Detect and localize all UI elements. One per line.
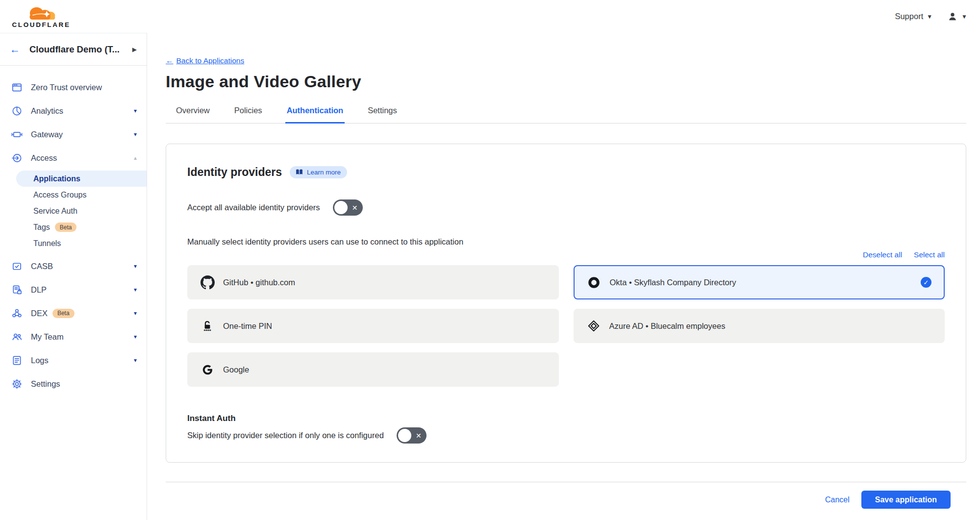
back-link-label: Back to Applications: [176, 56, 245, 65]
beta-badge: Beta: [55, 223, 77, 232]
sidebar-item-label: Gateway: [31, 130, 63, 139]
support-label: Support: [895, 12, 923, 21]
chevron-down-icon: ▼: [961, 13, 967, 20]
sidebar-subitem-applications[interactable]: Applications: [16, 171, 147, 187]
provider-github-github-com[interactable]: GitHub • github.com: [187, 265, 559, 299]
sidebar-item-casb[interactable]: CASB▾: [0, 254, 147, 278]
sidebar-subitem-label: Tunnels: [33, 239, 61, 248]
toggle-knob: [334, 201, 348, 214]
tab-authentication[interactable]: Authentication: [285, 106, 345, 124]
learn-more-label: Learn more: [307, 169, 341, 176]
identity-providers-card: Identity providers Learn more Accept all…: [166, 144, 966, 463]
sidebar-item-label: Access: [31, 153, 57, 163]
topbar-right: Support ▼ ▼: [895, 11, 967, 22]
sidebar-item-my-team[interactable]: My Team▾: [0, 325, 147, 348]
save-application-button[interactable]: Save application: [861, 491, 951, 509]
cloudflare-cloud-icon: [25, 5, 57, 21]
provider-one-time-pin[interactable]: ****One-time PIN: [187, 309, 559, 343]
chevron-down-icon: ▾: [134, 263, 137, 270]
provider-google[interactable]: Google: [187, 352, 559, 387]
back-to-applications-link[interactable]: ← Back to Applications: [166, 56, 244, 65]
sidebar-nav: Zero Trust overviewAnalytics▾Gateway▾Acc…: [0, 66, 147, 396]
accept-all-label: Accept all available identity providers: [187, 203, 320, 212]
instant-auth-heading: Instant Auth: [187, 414, 945, 423]
tab-settings[interactable]: Settings: [366, 106, 399, 124]
overview-icon: [11, 81, 23, 93]
user-icon: [947, 11, 958, 22]
sidebar-item-gateway[interactable]: Gateway▾: [0, 123, 147, 146]
cloudflare-wordmark: CLOUDFLARE: [12, 21, 71, 28]
sidebar-subitem-label: Access Groups: [33, 191, 86, 199]
dex-icon: [11, 307, 23, 319]
sidebar-subitem-label: Applications: [33, 174, 80, 183]
select-all-link[interactable]: Select all: [914, 250, 945, 259]
chevron-up-icon: ▴: [134, 154, 137, 161]
sidebar-item-label: Settings: [31, 379, 60, 389]
sidebar-subitem-service-auth[interactable]: Service Auth: [0, 203, 147, 219]
main-content: ← Back to Applications Image and Video G…: [147, 33, 980, 520]
chevron-down-icon: ▾: [134, 286, 137, 293]
chevron-down-icon: ▾: [134, 333, 137, 340]
deselect-all-link[interactable]: Deselect all: [863, 250, 902, 259]
analytics-icon: [11, 105, 23, 117]
selected-check-icon: ✓: [921, 277, 931, 288]
provider-okta-skyflash-company-directory[interactable]: Okta • Skyflash Company Directory✓: [574, 265, 945, 299]
sidebar-subitem-tags[interactable]: TagsBeta: [0, 219, 147, 235]
sidebar-item-access[interactable]: Access▴: [0, 146, 147, 170]
learn-more-badge[interactable]: Learn more: [290, 166, 347, 178]
one-time-pin-icon: ****: [200, 320, 215, 332]
book-icon: [295, 169, 303, 176]
github-icon: [200, 275, 215, 290]
settings-icon: [11, 378, 23, 390]
sidebar-item-label: My Team: [31, 332, 64, 342]
sidebar-subitem-label: Service Auth: [33, 207, 77, 216]
toggle-off-x-icon: ✕: [416, 432, 422, 439]
sidebar-item-dex[interactable]: DEXBeta▾: [0, 301, 147, 325]
dlp-icon: [11, 284, 23, 296]
chevron-down-icon: ▾: [134, 107, 137, 114]
accept-all-toggle[interactable]: ✕: [333, 199, 363, 216]
sidebar-item-logs[interactable]: Logs▾: [0, 348, 147, 372]
casb-icon: [11, 260, 23, 272]
instant-auth-toggle[interactable]: ✕: [397, 427, 427, 444]
chevron-down-icon: ▾: [134, 357, 137, 364]
sidebar-item-label: Logs: [31, 356, 49, 365]
team-header: ← Cloudflare Demo (T... ▶: [0, 33, 147, 66]
sidebar-item-label: DLP: [31, 285, 47, 295]
tab-overview[interactable]: Overview: [175, 106, 211, 124]
sidebar-subitem-label: Tags: [33, 223, 50, 232]
back-arrow-icon[interactable]: ←: [10, 44, 20, 55]
toggle-off-x-icon: ✕: [352, 204, 358, 211]
app-root: CLOUDFLARE Support ▼ ▼ ← Cloudflare Demo…: [0, 0, 980, 520]
topbar: CLOUDFLARE Support ▼ ▼: [0, 0, 980, 33]
cancel-button[interactable]: Cancel: [825, 495, 850, 504]
expand-right-icon[interactable]: ▶: [132, 46, 137, 53]
provider-grid: GitHub • github.comOkta • Skyflash Compa…: [187, 265, 945, 387]
provider-azure-ad-bluecalm-employees[interactable]: Azure AD • Bluecalm employees: [574, 309, 945, 343]
tab-bar: OverviewPoliciesAuthenticationSettings: [166, 106, 966, 124]
sidebar-item-label: CASB: [31, 262, 53, 271]
chevron-down-icon: ▾: [134, 131, 137, 138]
user-menu[interactable]: ▼: [947, 11, 967, 22]
card-heading: Identity providers: [187, 166, 282, 179]
sidebar-subitem-access-groups[interactable]: Access Groups: [0, 187, 147, 203]
manual-select-text: Manually select identity providers users…: [187, 237, 945, 247]
google-icon: [200, 364, 215, 376]
chevron-down-icon: ▾: [134, 310, 137, 317]
sidebar-item-settings[interactable]: Settings: [0, 372, 147, 396]
provider-label: GitHub • github.com: [223, 278, 295, 287]
toggle-knob: [398, 429, 411, 442]
sidebar: ← Cloudflare Demo (T... ▶ Zero Trust ove…: [0, 33, 147, 520]
svg-text:****: ****: [203, 328, 211, 332]
instant-auth-label: Skip identity provider selection if only…: [187, 431, 384, 440]
provider-label: Google: [223, 365, 249, 374]
sidebar-item-zero-trust-overview[interactable]: Zero Trust overview: [0, 75, 147, 99]
provider-label: One-time PIN: [223, 322, 272, 331]
support-menu[interactable]: Support ▼: [895, 12, 932, 21]
page-title: Image and Video Gallery: [166, 72, 966, 91]
sidebar-item-analytics[interactable]: Analytics▾: [0, 99, 147, 123]
tab-policies[interactable]: Policies: [233, 106, 264, 124]
sidebar-item-dlp[interactable]: DLP▾: [0, 278, 147, 301]
back-arrow-icon: ←: [166, 56, 174, 65]
sidebar-subitem-tunnels[interactable]: Tunnels: [0, 235, 147, 251]
